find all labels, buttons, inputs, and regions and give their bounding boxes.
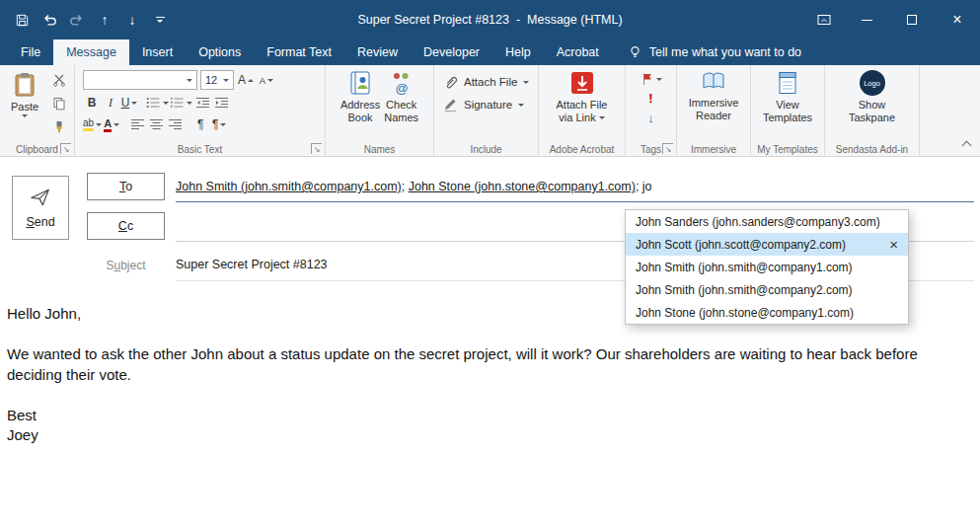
to-field[interactable]: John Smith (john.smith@company1.com); Jo…: [176, 180, 652, 193]
recipient-chip[interactable]: John Stone (john.stone@company1.com): [409, 180, 636, 193]
group-title-include: Include: [434, 144, 538, 155]
tab-review[interactable]: Review: [344, 39, 411, 65]
align-left-button[interactable]: [128, 114, 146, 134]
recipient-chip[interactable]: John Smith (john.smith@company1.com): [176, 180, 402, 193]
immersive-reader-icon: [701, 70, 726, 94]
dialog-launcher-icon[interactable]: ↘: [662, 143, 673, 154]
ltr-direction-icon[interactable]: ¶: [191, 114, 209, 134]
signature-button[interactable]: Signature: [443, 97, 524, 113]
suggestion-item[interactable]: John Sanders (john.sanders@company3.com): [626, 210, 908, 233]
body-closing[interactable]: Best: [7, 407, 37, 423]
font-name-combo[interactable]: [83, 70, 197, 90]
copy-button[interactable]: [49, 96, 69, 112]
font-size-value: 12: [205, 74, 217, 86]
show-taskpane-button[interactable]: Logo Show Taskpane: [825, 70, 919, 124]
align-right-button[interactable]: [166, 114, 184, 134]
cut-button[interactable]: [49, 72, 69, 88]
decrease-indent-button[interactable]: [193, 93, 211, 113]
dialog-launcher-icon[interactable]: ↘: [60, 143, 71, 154]
cc-button[interactable]: Cc: [87, 212, 165, 240]
grow-font-button[interactable]: A: [237, 70, 255, 90]
text-highlight-button[interactable]: ab: [83, 114, 102, 134]
sendasta-logo-icon: Logo: [860, 70, 885, 96]
send-button[interactable]: Send: [12, 176, 69, 240]
close-button[interactable]: ×: [935, 0, 980, 39]
font-color-button[interactable]: A: [103, 114, 120, 134]
tab-file[interactable]: File: [8, 39, 53, 65]
templates-page-icon: [775, 70, 800, 96]
view-templates-button[interactable]: View Templates: [751, 70, 824, 124]
font-size-combo[interactable]: 12: [200, 70, 234, 90]
attach-file-via-link-button[interactable]: Attach File via Link: [539, 70, 625, 124]
dialog-launcher-icon[interactable]: ↘: [311, 143, 322, 154]
tab-insert[interactable]: Insert: [129, 39, 186, 65]
group-clipboard: Paste Clipboard ↘: [0, 65, 75, 156]
address-book-button[interactable]: Address Book: [340, 70, 380, 124]
window-controls: ×: [804, 0, 980, 39]
paste-button[interactable]: Paste: [5, 70, 44, 141]
tab-developer[interactable]: Developer: [411, 39, 492, 65]
follow-up-flag-button[interactable]: [641, 72, 662, 86]
underline-button[interactable]: U: [120, 93, 138, 113]
increase-indent-button[interactable]: [212, 93, 230, 113]
title-bar: ↑ ↓ Super Secret Project #8123 - Message…: [0, 0, 980, 39]
suggestion-label: John Scott (john.scott@company2.com): [636, 238, 846, 252]
body-signature[interactable]: Joey: [7, 426, 38, 443]
bullets-button[interactable]: [146, 93, 169, 113]
minimize-button[interactable]: [844, 0, 889, 39]
group-title-my-templates: My Templates: [751, 144, 824, 155]
check-names-button[interactable]: @ Check Names: [384, 70, 418, 124]
paragraph-marks-button[interactable]: ¶: [210, 114, 228, 134]
tell-me-box[interactable]: Tell me what you want to do: [616, 39, 813, 65]
undo-icon[interactable]: [36, 5, 63, 35]
group-title-immersive: Immersive: [677, 144, 750, 155]
tab-help[interactable]: Help: [492, 39, 544, 65]
typed-text: jo: [642, 180, 652, 193]
tab-format-text[interactable]: Format Text: [254, 39, 344, 65]
to-field-underline: [176, 201, 974, 202]
remove-suggestion-icon[interactable]: ×: [889, 237, 898, 252]
group-include: Attach File Signature Include: [434, 65, 539, 156]
suggestion-item[interactable]: John Smith (john.smith@company2.com): [626, 278, 908, 301]
paste-label: Paste: [11, 101, 38, 113]
group-tags: ! ↓ Tags ↘: [626, 65, 677, 156]
address-book-icon: [347, 70, 373, 96]
send-label: Send: [26, 215, 54, 229]
italic-button[interactable]: I: [102, 93, 119, 113]
suggestion-item-selected[interactable]: John Scott (john.scott@company2.com) ×: [626, 233, 908, 256]
shrink-font-button[interactable]: A: [258, 70, 275, 90]
recipient-suggestions-dropdown: John Sanders (john.sanders@company3.com)…: [625, 209, 909, 325]
customize-quick-access-icon[interactable]: [146, 5, 174, 35]
next-item-icon[interactable]: ↓: [118, 5, 146, 35]
body-paragraph[interactable]: We wanted to ask the other John about a …: [7, 344, 950, 385]
high-importance-button[interactable]: !: [648, 91, 652, 106]
suggestion-item[interactable]: John Smith (john.smith@company1.com): [626, 256, 908, 278]
numbering-button[interactable]: [170, 93, 192, 113]
attach-file-button[interactable]: Attach File: [443, 74, 529, 90]
ribbon-display-options-icon[interactable]: [804, 0, 844, 39]
subject-field[interactable]: Super Secret Project #8123: [176, 258, 328, 271]
tab-acrobat[interactable]: Acrobat: [544, 39, 612, 65]
format-painter-button[interactable]: [49, 119, 69, 135]
suggestion-item[interactable]: John Stone (john.stone@company1.com): [626, 301, 908, 324]
group-immersive: Immersive Reader Immersive: [677, 65, 751, 156]
save-icon[interactable]: [8, 5, 36, 35]
paperclip-icon: [443, 74, 458, 90]
to-button[interactable]: To: [87, 173, 165, 200]
adobe-pdf-icon: [569, 70, 595, 96]
align-center-button[interactable]: [147, 114, 165, 134]
body-greeting[interactable]: Hello John,: [7, 305, 81, 322]
tab-options[interactable]: Options: [186, 39, 254, 65]
maximize-button[interactable]: [889, 0, 935, 39]
collapse-ribbon-icon[interactable]: [962, 141, 972, 151]
signature-pen-icon: [443, 97, 458, 113]
bold-button[interactable]: B: [83, 93, 101, 113]
previous-item-icon[interactable]: ↑: [91, 5, 118, 35]
group-title-names: Names: [326, 144, 433, 155]
immersive-reader-button[interactable]: Immersive Reader: [677, 70, 750, 122]
low-importance-button[interactable]: ↓: [647, 111, 654, 125]
group-my-templates: View Templates My Templates: [751, 65, 825, 156]
redo-icon[interactable]: [63, 5, 91, 35]
tab-message[interactable]: Message: [53, 39, 129, 65]
group-sendasta-addin: Logo Show Taskpane Sendasta Add-in: [825, 65, 920, 156]
